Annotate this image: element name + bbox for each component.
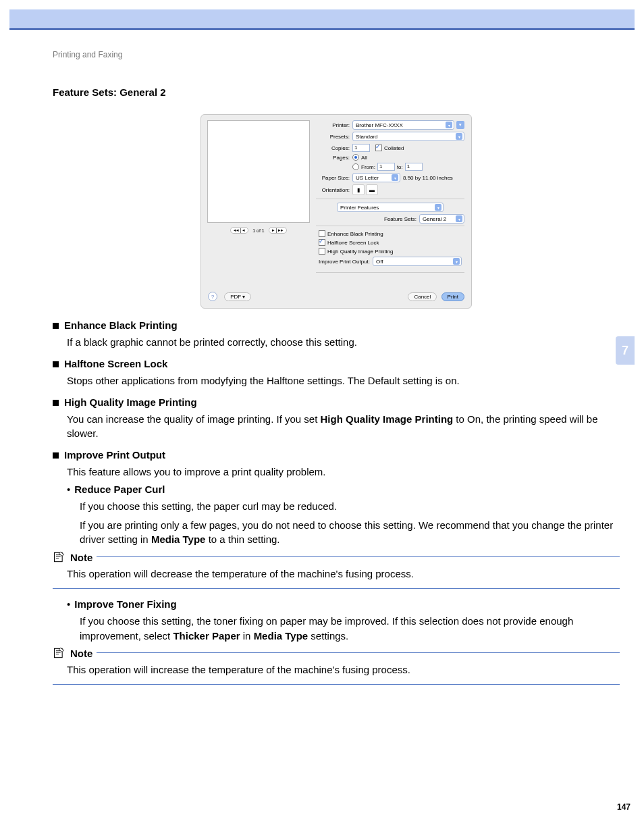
- note-block-1: Note This operation will decrease the te…: [53, 556, 620, 589]
- section-title: Feature Sets: General 2: [53, 86, 620, 98]
- dropdown-caret-icon: ▾: [435, 204, 441, 211]
- note-block-2: Note This operation will increase the te…: [53, 652, 620, 685]
- improve-output-dropdown[interactable]: Off ▾: [373, 257, 462, 266]
- enhance-black-label: Enhance Black Printing: [327, 231, 383, 237]
- pages-all-radio[interactable]: [352, 154, 359, 161]
- halftone-lock-checkbox[interactable]: [319, 239, 325, 246]
- square-bullet-icon: [53, 400, 59, 406]
- collated-checkbox[interactable]: [375, 145, 382, 151]
- orientation-label: Orientation:: [316, 187, 352, 193]
- orientation-landscape-button[interactable]: ▬: [366, 184, 378, 195]
- halftone-lock-label: Halftone Screen Lock: [327, 240, 379, 246]
- panel-section-dropdown[interactable]: Printer Features ▾: [337, 203, 444, 212]
- collated-label: Collated: [384, 145, 404, 151]
- copies-input[interactable]: 1: [352, 144, 370, 152]
- printer-dropdown[interactable]: Brother MFC-XXXX ▾: [352, 120, 454, 130]
- help-icon[interactable]: ?: [208, 292, 217, 301]
- presets-dropdown[interactable]: Standard ▾: [352, 132, 464, 141]
- pager-prev-button[interactable]: ◂◂ | ◂: [230, 227, 249, 234]
- dot-bullet-icon: •: [67, 484, 70, 495]
- presets-label: Presets:: [316, 134, 352, 140]
- pager-status: 1 of 1: [252, 228, 265, 233]
- pager-next-button[interactable]: ▸ | ▸▸: [269, 227, 288, 234]
- note-2-text: This operation will increase the tempera…: [67, 662, 620, 677]
- print-dialog: ◂◂ | ◂ 1 of 1 ▸ | ▸▸ Printer: Brother MF…: [200, 114, 472, 309]
- pages-from-radio[interactable]: [352, 163, 359, 170]
- dropdown-caret-icon: ▾: [456, 215, 462, 222]
- header-accent-bar: [9, 9, 635, 30]
- print-button[interactable]: Print: [441, 292, 464, 301]
- enhance-black-desc: If a black graphic cannot be printed cor…: [67, 335, 620, 350]
- copies-label: Copies:: [316, 145, 352, 151]
- hq-image-label: High Quality Image Printing: [327, 249, 393, 255]
- pages-to-label: to:: [397, 164, 403, 170]
- improve-output-desc: This feature allows you to improve a pri…: [67, 465, 620, 479]
- note-icon: [53, 646, 66, 660]
- papersize-dropdown[interactable]: US Letter ▾: [352, 173, 400, 182]
- printer-info-button[interactable]: ▾: [456, 121, 464, 129]
- bullet-halftone: Halftone Screen Lock: [53, 358, 620, 369]
- note-label: Note: [70, 648, 92, 659]
- square-bullet-icon: [53, 323, 59, 329]
- bullet-improve-output: Improve Print Output: [53, 449, 620, 461]
- pages-to-input[interactable]: 1: [405, 163, 423, 171]
- print-preview: [207, 120, 310, 223]
- note-1-text: This operation will decrease the tempera…: [67, 567, 620, 581]
- note-label: Note: [70, 552, 92, 563]
- pager: ◂◂ | ◂ 1 of 1 ▸ | ▸▸: [230, 227, 288, 234]
- dropdown-caret-icon: ▾: [446, 122, 452, 128]
- bullet-enhance-black: Enhance Black Printing: [53, 319, 620, 331]
- sub-improve-toner: •Improve Toner Fixing: [67, 598, 620, 610]
- pages-all-label: All: [361, 155, 367, 161]
- reduce-curl-desc1: If you choose this setting, the paper cu…: [80, 499, 620, 514]
- sub-reduce-curl: •Reduce Paper Curl: [67, 484, 620, 495]
- featuresets-dropdown[interactable]: General 2 ▾: [419, 214, 464, 224]
- breadcrumb: Printing and Faxing: [53, 50, 620, 59]
- enhance-black-checkbox[interactable]: [319, 230, 325, 237]
- hq-image-desc: You can increase the quality of image pr…: [67, 412, 620, 442]
- page-number: 147: [0, 802, 644, 812]
- note-icon: [53, 550, 66, 564]
- dropdown-caret-icon: ▾: [392, 174, 398, 181]
- pages-from-input[interactable]: 1: [377, 163, 395, 171]
- dot-bullet-icon: •: [67, 598, 70, 610]
- dropdown-caret-icon: ▾: [456, 133, 462, 140]
- reduce-curl-desc2: If you are printing only a few pages, yo…: [80, 518, 620, 548]
- chapter-number: 7: [622, 344, 628, 358]
- improve-toner-desc: If you choose this setting, the toner fi…: [80, 614, 620, 644]
- pages-label: Pages:: [316, 155, 352, 161]
- printer-label: Printer:: [316, 122, 352, 128]
- pdf-menu-button[interactable]: PDF ▾: [224, 292, 251, 301]
- bullet-hq-image: High Quality Image Printing: [53, 396, 620, 408]
- cancel-button[interactable]: Cancel: [408, 292, 437, 301]
- orientation-portrait-button[interactable]: ▮: [352, 184, 365, 195]
- improve-output-label: Improve Print Output:: [319, 259, 370, 265]
- square-bullet-icon: [53, 452, 59, 459]
- halftone-desc: Stops other applications from modyfying …: [67, 373, 620, 388]
- square-bullet-icon: [53, 361, 59, 367]
- papersize-label: Paper Size:: [316, 175, 352, 181]
- featuresets-label: Feature Sets:: [384, 216, 417, 222]
- chapter-tab: 7: [616, 336, 635, 365]
- paper-dims: 8.50 by 11.00 inches: [403, 175, 453, 181]
- hq-image-checkbox[interactable]: [319, 248, 325, 255]
- pages-from-label: From:: [361, 164, 375, 170]
- dropdown-caret-icon: ▾: [453, 258, 460, 265]
